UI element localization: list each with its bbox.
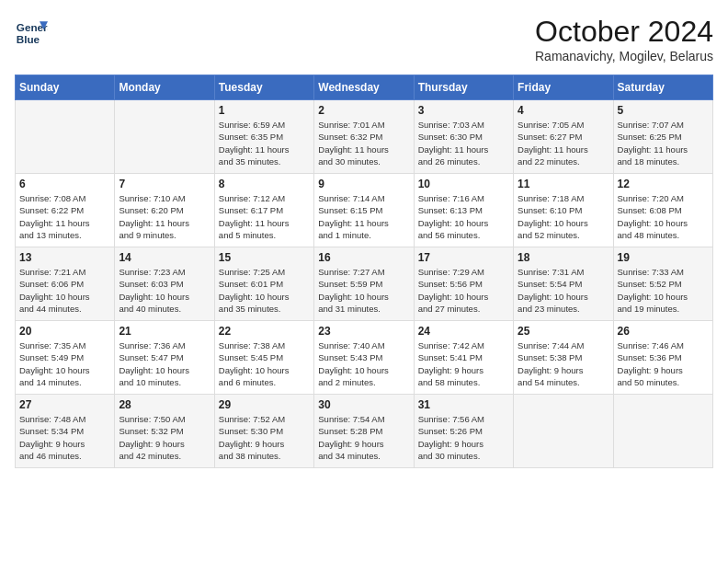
day-info: Sunrise: 7:01 AM Sunset: 6:32 PM Dayligh… (318, 119, 409, 167)
day-cell: 7Sunrise: 7:10 AM Sunset: 6:20 PM Daylig… (115, 174, 214, 247)
day-number: 4 (518, 104, 609, 117)
day-cell: 17Sunrise: 7:29 AM Sunset: 5:56 PM Dayli… (414, 247, 513, 321)
day-number: 13 (19, 251, 110, 264)
day-number: 8 (219, 178, 310, 190)
week-row-3: 13Sunrise: 7:21 AM Sunset: 6:06 PM Dayli… (16, 247, 713, 321)
day-number: 28 (119, 398, 210, 411)
day-cell: 5Sunrise: 7:07 AM Sunset: 6:25 PM Daylig… (613, 100, 712, 174)
day-info: Sunrise: 7:33 AM Sunset: 5:52 PM Dayligh… (618, 266, 709, 315)
day-cell: 24Sunrise: 7:42 AM Sunset: 5:41 PM Dayli… (414, 321, 513, 395)
day-cell (613, 395, 712, 468)
day-info: Sunrise: 7:56 AM Sunset: 5:26 PM Dayligh… (418, 413, 509, 462)
day-number: 18 (518, 251, 609, 264)
day-cell: 19Sunrise: 7:33 AM Sunset: 5:52 PM Dayli… (613, 247, 712, 321)
header-cell-friday: Friday (514, 75, 613, 100)
day-info: Sunrise: 7:42 AM Sunset: 5:41 PM Dayligh… (418, 339, 509, 388)
day-info: Sunrise: 7:21 AM Sunset: 6:06 PM Dayligh… (19, 266, 110, 315)
day-info: Sunrise: 7:20 AM Sunset: 6:08 PM Dayligh… (618, 192, 709, 241)
header-cell-wednesday: Wednesday (314, 75, 414, 100)
day-info: Sunrise: 7:36 AM Sunset: 5:47 PM Dayligh… (119, 339, 210, 388)
day-info: Sunrise: 7:44 AM Sunset: 5:38 PM Dayligh… (518, 339, 609, 388)
header-cell-saturday: Saturday (613, 75, 712, 100)
day-cell: 20Sunrise: 7:35 AM Sunset: 5:49 PM Dayli… (16, 321, 115, 395)
calendar-body: 1Sunrise: 6:59 AM Sunset: 6:35 PM Daylig… (16, 100, 713, 468)
day-info: Sunrise: 7:03 AM Sunset: 6:30 PM Dayligh… (418, 119, 509, 167)
day-cell: 28Sunrise: 7:50 AM Sunset: 5:32 PM Dayli… (115, 395, 214, 468)
day-number: 25 (518, 325, 609, 338)
day-info: Sunrise: 7:35 AM Sunset: 5:49 PM Dayligh… (19, 339, 110, 388)
day-number: 10 (418, 178, 509, 190)
day-cell: 11Sunrise: 7:18 AM Sunset: 6:10 PM Dayli… (514, 174, 613, 247)
day-cell: 6Sunrise: 7:08 AM Sunset: 6:22 PM Daylig… (16, 174, 115, 247)
day-number: 12 (618, 178, 709, 190)
day-cell: 1Sunrise: 6:59 AM Sunset: 6:35 PM Daylig… (214, 100, 313, 174)
day-cell: 15Sunrise: 7:25 AM Sunset: 6:01 PM Dayli… (214, 247, 313, 321)
day-number: 20 (19, 325, 110, 338)
day-number: 2 (318, 104, 409, 117)
week-row-4: 20Sunrise: 7:35 AM Sunset: 5:49 PM Dayli… (16, 321, 713, 395)
day-number: 17 (418, 251, 509, 264)
title-block: October 2024 Ramanavichy, Mogilev, Belar… (535, 15, 713, 63)
day-cell (514, 395, 613, 468)
day-cell: 21Sunrise: 7:36 AM Sunset: 5:47 PM Dayli… (115, 321, 214, 395)
day-cell: 30Sunrise: 7:54 AM Sunset: 5:28 PM Dayli… (314, 395, 414, 468)
day-info: Sunrise: 7:16 AM Sunset: 6:13 PM Dayligh… (418, 192, 509, 241)
day-cell: 3Sunrise: 7:03 AM Sunset: 6:30 PM Daylig… (414, 100, 513, 174)
day-cell: 23Sunrise: 7:40 AM Sunset: 5:43 PM Dayli… (314, 321, 414, 395)
day-info: Sunrise: 7:12 AM Sunset: 6:17 PM Dayligh… (219, 192, 310, 241)
day-number: 24 (418, 325, 509, 338)
day-number: 29 (219, 398, 310, 411)
day-info: Sunrise: 7:10 AM Sunset: 6:20 PM Dayligh… (119, 192, 210, 241)
day-number: 27 (19, 398, 110, 411)
day-number: 7 (119, 178, 210, 190)
day-info: Sunrise: 6:59 AM Sunset: 6:35 PM Dayligh… (219, 119, 310, 167)
day-number: 16 (318, 251, 409, 264)
day-cell: 10Sunrise: 7:16 AM Sunset: 6:13 PM Dayli… (414, 174, 513, 247)
header-cell-monday: Monday (115, 75, 214, 100)
day-info: Sunrise: 7:52 AM Sunset: 5:30 PM Dayligh… (219, 413, 310, 462)
day-info: Sunrise: 7:18 AM Sunset: 6:10 PM Dayligh… (518, 192, 609, 241)
day-info: Sunrise: 7:31 AM Sunset: 5:54 PM Dayligh… (518, 266, 609, 315)
header-cell-sunday: Sunday (16, 75, 115, 100)
day-number: 3 (418, 104, 509, 117)
header-cell-tuesday: Tuesday (214, 75, 313, 100)
day-number: 19 (618, 251, 709, 264)
header-cell-thursday: Thursday (414, 75, 513, 100)
page-header: General Blue October 2024 Ramanavichy, M… (15, 15, 713, 63)
week-row-5: 27Sunrise: 7:48 AM Sunset: 5:34 PM Dayli… (16, 395, 713, 468)
day-info: Sunrise: 7:54 AM Sunset: 5:28 PM Dayligh… (318, 413, 409, 462)
day-info: Sunrise: 7:07 AM Sunset: 6:25 PM Dayligh… (618, 119, 709, 167)
day-number: 14 (119, 251, 210, 264)
logo-icon: General Blue (15, 15, 48, 48)
day-cell (115, 100, 214, 174)
day-info: Sunrise: 7:14 AM Sunset: 6:15 PM Dayligh… (318, 192, 409, 241)
day-info: Sunrise: 7:38 AM Sunset: 5:45 PM Dayligh… (219, 339, 310, 388)
calendar-header-row: SundayMondayTuesdayWednesdayThursdayFrid… (16, 75, 713, 100)
svg-text:Blue: Blue (17, 33, 40, 45)
day-info: Sunrise: 7:29 AM Sunset: 5:56 PM Dayligh… (418, 266, 509, 315)
day-number: 22 (219, 325, 310, 338)
day-cell: 31Sunrise: 7:56 AM Sunset: 5:26 PM Dayli… (414, 395, 513, 468)
day-cell: 9Sunrise: 7:14 AM Sunset: 6:15 PM Daylig… (314, 174, 414, 247)
day-number: 30 (318, 398, 409, 411)
day-number: 31 (418, 398, 509, 411)
day-info: Sunrise: 7:25 AM Sunset: 6:01 PM Dayligh… (219, 266, 310, 315)
logo: General Blue (15, 15, 48, 48)
month-title: October 2024 (535, 15, 713, 49)
day-cell (16, 100, 115, 174)
day-info: Sunrise: 7:23 AM Sunset: 6:03 PM Dayligh… (119, 266, 210, 315)
day-info: Sunrise: 7:46 AM Sunset: 5:36 PM Dayligh… (618, 339, 709, 388)
day-number: 15 (219, 251, 310, 264)
day-number: 9 (318, 178, 409, 190)
day-cell: 18Sunrise: 7:31 AM Sunset: 5:54 PM Dayli… (514, 247, 613, 321)
week-row-1: 1Sunrise: 6:59 AM Sunset: 6:35 PM Daylig… (16, 100, 713, 174)
day-info: Sunrise: 7:27 AM Sunset: 5:59 PM Dayligh… (318, 266, 409, 315)
day-cell: 26Sunrise: 7:46 AM Sunset: 5:36 PM Dayli… (613, 321, 712, 395)
day-info: Sunrise: 7:48 AM Sunset: 5:34 PM Dayligh… (19, 413, 110, 462)
day-number: 26 (618, 325, 709, 338)
day-number: 6 (19, 178, 110, 190)
day-cell: 22Sunrise: 7:38 AM Sunset: 5:45 PM Dayli… (214, 321, 313, 395)
day-info: Sunrise: 7:05 AM Sunset: 6:27 PM Dayligh… (518, 119, 609, 167)
day-cell: 8Sunrise: 7:12 AM Sunset: 6:17 PM Daylig… (214, 174, 313, 247)
day-cell: 29Sunrise: 7:52 AM Sunset: 5:30 PM Dayli… (214, 395, 313, 468)
